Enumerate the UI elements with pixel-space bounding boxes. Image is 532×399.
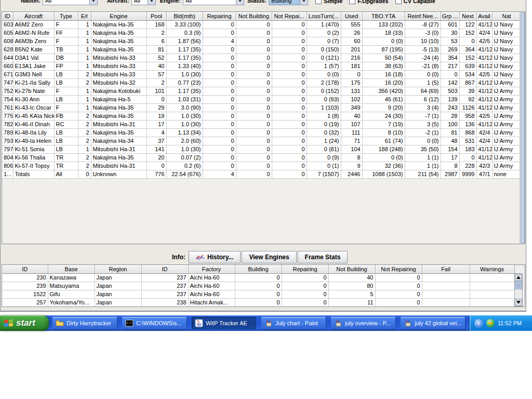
table-cell: 2 [78,128,91,137]
column-header[interactable]: Engine [91,12,147,20]
view-engines-button[interactable]: View Engines [242,251,296,263]
folder-icon [56,319,64,327]
column-header[interactable]: ID [2,265,48,273]
table-row[interactable]: 605A6M2-N RufeFF1Nakajima Ha-3520.3 (9)0… [2,29,521,37]
chevron-down-icon[interactable] [89,0,97,5]
history-button[interactable]: History... [189,251,241,263]
column-header[interactable]: Pool [147,12,166,20]
table-row[interactable]: 797Ki-51 SoniaLB1Mitsubishi Ha-311411.0 … [2,145,521,153]
column-header[interactable]: TBO.YTA [362,12,405,20]
table-cell: 64 (69) [405,87,441,95]
nation-dropdown[interactable]: All [43,0,98,5]
column-header[interactable]: Warnings [470,265,514,273]
column-header[interactable]: Used [341,12,362,20]
table-row[interactable]: 628B5N2 KateTB1Nakajima Ha-35811.17 (35)… [2,45,521,54]
table-row[interactable]: 754Ki-30 AnnLB1Nakajima Ha-501.03 (31)00… [2,95,521,103]
scrollbar-thumb[interactable] [515,281,522,289]
checkbox-icon[interactable] [349,0,355,4]
frame-stats-button[interactable]: Frame Stats [298,251,348,263]
taskbar-task-dirty-harrytracker[interactable]: Dirty Harrytracker [52,317,117,329]
table-row[interactable]: 782Ki-46-II DinahRC2Mitsubishi Ha-31171.… [2,120,521,128]
column-header[interactable]: LossTurn(... [307,12,341,20]
table-row[interactable]: 660E13A1 JakeFP1Mitsubishi Ha-33401.33 (… [2,62,521,70]
column-header[interactable]: Repairing [282,265,328,273]
table-cell: 0 (0) [362,153,405,162]
table-row[interactable]: 761Ki-43-Ic OscarF1Nakajima Ha-35293.0 (… [2,103,521,112]
vertical-scrollbar[interactable] [520,12,525,244]
column-header[interactable]: Aircraft [13,12,54,20]
table-row[interactable]: 804Ki-56 ThaliaTR2Nakajima Ha-35200.07 (… [2,153,521,162]
table-row[interactable]: 752Ki-27b NateF1Nakajima Kotobuki1011.17… [2,87,521,95]
scrollbar-thumb[interactable] [521,12,525,243]
column-header[interactable]: ID [2,12,13,20]
table-row[interactable]: 257Yokohama/Yo...Japan238Hitachi Amak...… [2,298,514,307]
column-header[interactable]: E# [78,12,91,20]
table-row[interactable]: 608A6M3b ZeroF1Nakajima Ha-3561.87 (56)4… [2,37,521,45]
table-row[interactable]: 806Ki-57-II TopsyTR2Mitsubishi Ha-3100.2… [2,162,521,170]
vertical-scrollbar[interactable] [514,273,523,307]
column-header[interactable]: Type [54,12,78,20]
start-button[interactable]: start [0,315,49,331]
table-row[interactable]: 239MatsuyamaJapan237Aichi Ha-6000800 [2,282,514,290]
table-cell: 1 [78,62,91,70]
fupgrades-checkbox[interactable]: F.Upgrades [349,0,388,4]
column-header[interactable]: Nat [492,12,521,20]
table-cell: 1 [78,29,91,37]
chevron-down-icon[interactable] [236,0,244,5]
table-cell: 17 [441,153,459,162]
table-cell: 30 [441,29,459,37]
table-row[interactable]: 747Ki-21-IIa SallyLB2Mitsubishi Ha-3220.… [2,78,521,87]
table-row[interactable]: 1...TotalsAll0Unknown77622.54 (676)4007 … [2,170,521,178]
status-dropdown[interactable]: Building [269,0,308,5]
scroll-up-button[interactable] [515,274,522,281]
column-header[interactable]: Building [235,265,282,273]
column-header[interactable]: Avail [476,12,492,20]
table-row[interactable]: 1522GifuJapan237Aichi Ha-600050 [2,290,514,298]
column-header[interactable]: Not Repai... [272,12,307,20]
column-header[interactable]: Not Building [328,265,375,273]
checkbox-icon[interactable] [395,0,402,4]
taskbar-task-july-42-global-paint[interactable]: july 42 global vei... [401,317,465,329]
table-row[interactable]: 644D3A1 ValDB1Mitsubishi Ha-33521.17 (35… [2,54,521,62]
table-row[interactable]: 671G3M3 NellLB2Mitsubishi Ha-33571.0 (30… [2,70,521,78]
table-row[interactable]: 603A6M2 ZeroF1Nakajima Ha-351683.33 (100… [2,20,521,29]
table-cell: 0 [236,87,272,95]
table-cell: IJ Army [492,78,521,87]
column-header[interactable]: Reinf.Nee... [405,12,441,20]
table-cell: 0 [203,162,236,170]
column-header[interactable]: Repairing [203,12,236,20]
taskbar-task-july-overview-paint[interactable]: july overview - P... [331,317,395,329]
column-header[interactable]: Factory [188,265,235,273]
scroll-down-button[interactable] [515,299,522,306]
tray-app-icon[interactable] [486,319,495,327]
table-cell: 22.54 (676) [166,170,203,178]
table-cell: Nakajima Ha-35 [91,128,147,137]
cvcapable-checkbox[interactable]: CV Capable [395,0,435,4]
aircraft-dropdown[interactable]: All [131,0,156,5]
table-cell: Nakajima Ha-34 [91,137,147,145]
table-row[interactable]: 775Ki-45 KAIa NickFB2Nakajima Ha-35191.0… [2,112,521,120]
column-header[interactable]: Grp ... [441,12,459,20]
table-cell: Aichi Ha-60 [188,282,235,290]
column-header[interactable]: ID [141,265,188,273]
chevron-down-icon[interactable] [148,0,155,5]
taskbar-task-command-prompt[interactable]: C:\ C:\WINDOWS\s... [122,317,187,329]
chevron-down-icon[interactable] [300,0,308,5]
table-row[interactable]: 793Ki-49-Ia HelenLB2Nakajima Ha-34372.0 … [2,137,521,145]
taskbar-task-witp-tracker[interactable]: WitP Tracker AE [192,317,256,329]
table-row[interactable]: 230KanazawaJapan237Aichi Ha-6000400 [2,273,514,282]
simple-checkbox[interactable]: Simple [315,0,342,4]
engine-dropdown[interactable]: All [183,0,244,5]
column-header[interactable]: Fail [422,265,470,273]
table-row[interactable]: 789Ki-48-IIa LilyLB2Nakajima Ha-3541.13 … [2,128,521,137]
column-header[interactable]: Bld(mth) [166,12,203,20]
hide-icons-chevron-icon[interactable]: ‹ [474,319,483,328]
checkbox-icon[interactable] [315,0,322,4]
taskbar-task-july-chart-paint[interactable]: July chart - Paint [261,317,326,329]
column-header[interactable]: Region [95,265,141,273]
column-header[interactable]: Base [48,265,95,273]
column-header[interactable]: Not Building [236,12,272,20]
column-header[interactable]: Next [459,12,476,20]
table-cell: 0 (81) [307,145,341,153]
column-header[interactable]: Not Repairing [375,265,422,273]
